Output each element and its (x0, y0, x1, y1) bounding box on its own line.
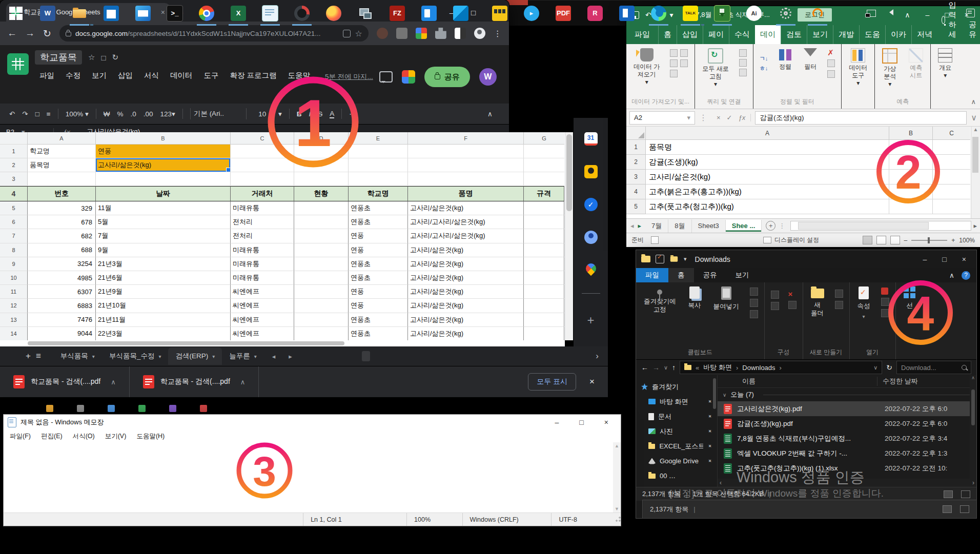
page-break-view-icon[interactable] (890, 236, 900, 244)
chrome-menu-icon[interactable]: ⋮ (494, 29, 502, 38)
scroll-tabs-right-icon[interactable]: ▸ (283, 353, 297, 360)
row-number[interactable]: 1 (626, 140, 646, 155)
row-number[interactable]: 4 (626, 184, 646, 199)
minimize-icon[interactable]: – (923, 255, 927, 263)
table-header-cell[interactable]: 품명 (408, 186, 524, 201)
cell[interactable] (524, 299, 564, 313)
taskbar-app[interactable]: X (222, 1, 254, 26)
close-icon[interactable]: × (604, 418, 608, 426)
cell[interactable]: 연풍초 (349, 271, 408, 285)
cell[interactable] (933, 155, 970, 170)
cell[interactable]: 전처리 (231, 215, 294, 229)
taskbar-app[interactable] (643, 1, 675, 26)
ribbon-tab[interactable]: 페이 (703, 25, 729, 44)
expand-formula-bar-icon[interactable]: ∨ (971, 113, 977, 122)
excel-horizontal-scrollbar[interactable] (790, 221, 971, 231)
ribbon-tab[interactable]: 보기 (726, 268, 759, 282)
hscroll-right-icon[interactable]: ▸ (973, 222, 980, 230)
column-header[interactable]: G (524, 132, 564, 145)
show-all-downloads-button[interactable]: 모두 표시 (528, 373, 576, 391)
sidebar-item[interactable]: Google Drive ✦ (636, 454, 717, 468)
ribbon-tab[interactable]: 도움 (859, 25, 885, 44)
cell[interactable] (889, 199, 933, 214)
recent-locations-icon[interactable]: ∨ (664, 364, 668, 371)
notepad-text-area[interactable]: ▲▼ (4, 442, 621, 512)
back-icon[interactable]: ← (7, 28, 17, 39)
cell[interactable]: 21년11월 (96, 313, 231, 327)
cell[interactable] (294, 285, 349, 299)
increase-decimal-icon[interactable]: .00 (144, 110, 153, 118)
cell[interactable]: 5월 (96, 215, 231, 229)
cell[interactable] (294, 243, 349, 257)
column-header[interactable]: F (408, 132, 524, 145)
row-number[interactable]: 5 (0, 201, 28, 215)
collapse-side-panel-icon[interactable]: › (596, 351, 599, 361)
minimize-icon[interactable]: – (926, 11, 930, 19)
normal-view-icon[interactable] (863, 236, 872, 244)
edit-icon[interactable] (881, 298, 889, 306)
cell[interactable] (889, 140, 933, 155)
taskbar-app[interactable]: Ai (738, 1, 770, 26)
cell[interactable]: 3254 (28, 257, 96, 271)
taskbar-app[interactable] (0, 1, 32, 26)
last-edit-link[interactable]: 5분 전에 마지... (325, 72, 373, 81)
qat-properties-icon[interactable] (656, 255, 664, 263)
display-tray-icon[interactable] (867, 10, 876, 17)
share-button[interactable]: 공유 (965, 15, 980, 44)
excel-grid[interactable]: ABC 1 품목명 2 감귤(조생)(kg) 3 고사리/삶은것(kg) 4 고… (626, 127, 980, 218)
cell[interactable]: 미래유통 (231, 201, 294, 215)
row-number[interactable]: 3 (626, 170, 646, 184)
collapse-toolbar-icon[interactable]: ∧ (487, 110, 500, 118)
taskbar-app[interactable] (413, 1, 445, 26)
cell[interactable]: 고사리/삶은것(kg) (408, 243, 524, 257)
taskbar-app[interactable]: PDF (547, 1, 579, 26)
add-sheet-icon[interactable]: + (26, 351, 31, 361)
column-header[interactable]: A (646, 127, 889, 140)
cell[interactable] (524, 215, 564, 229)
taskbar-app[interactable] (286, 1, 318, 26)
taskbar-app[interactable] (706, 1, 738, 26)
row-number[interactable]: 10 (0, 271, 28, 285)
ribbon-tab[interactable]: 검토 (781, 25, 807, 44)
ribbon-tab[interactable]: 파일 (626, 25, 658, 44)
cancel-icon[interactable]: × (717, 114, 721, 121)
open-with-pdf-icon[interactable] (881, 288, 888, 295)
row-number[interactable]: 2 (626, 155, 646, 170)
cell[interactable]: 21년6월 (96, 271, 231, 285)
contacts-icon[interactable] (584, 231, 598, 244)
menu-item[interactable]: 도구 (199, 69, 223, 83)
cell[interactable]: 연풍초 (349, 327, 408, 340)
sheet-nav-left-icon[interactable]: ◂ (626, 222, 638, 230)
cell[interactable]: 연풍 (349, 229, 408, 243)
row-number[interactable]: 5 (626, 199, 646, 214)
cell[interactable]: 고사리/삶은것(kg) (408, 285, 524, 299)
taskbar-app[interactable] (770, 1, 802, 26)
cell[interactable] (524, 229, 564, 243)
ribbon-tab[interactable]: 삽입 (677, 25, 703, 44)
split-screen-icon[interactable] (455, 28, 466, 39)
sidebar-item[interactable]: 문서 ✦ (636, 409, 717, 424)
column-header[interactable]: E (349, 132, 408, 145)
thumbnail-view-icon[interactable] (961, 490, 970, 498)
column-header[interactable]: B (889, 127, 933, 140)
share-icon[interactable] (343, 30, 351, 37)
taskbar-app[interactable]: TALK (675, 1, 706, 26)
extension-icon-b[interactable] (396, 28, 407, 39)
row-number[interactable]: 8 (0, 243, 28, 257)
table-header-cell[interactable]: 거래처 (231, 186, 294, 201)
notepad-scrollbar[interactable]: ▲▼ (613, 442, 621, 512)
cell[interactable]: 22년3월 (96, 327, 231, 340)
meet-icon[interactable] (402, 70, 415, 84)
cell[interactable]: 고추(붉은고추(홍고추))(kg) (646, 184, 889, 199)
share-button[interactable]: 공유 (424, 67, 470, 87)
existing-connections-icon[interactable] (680, 59, 688, 67)
taskbar-app[interactable] (802, 1, 833, 26)
corner-cell[interactable] (0, 132, 28, 145)
zoom-out-icon[interactable]: – (904, 237, 908, 244)
taskbar-app[interactable]: FZ (381, 1, 413, 26)
sort-asc-icon[interactable]: ㄱ↓ (760, 55, 768, 63)
cell[interactable]: 고사리/삶은것(kg) (646, 170, 889, 184)
text-color-icon[interactable]: A (330, 110, 334, 118)
cell[interactable]: 고사리/삶은것(kg) (408, 327, 524, 340)
sheet-nav-right-icon[interactable]: ▸ (638, 222, 646, 230)
